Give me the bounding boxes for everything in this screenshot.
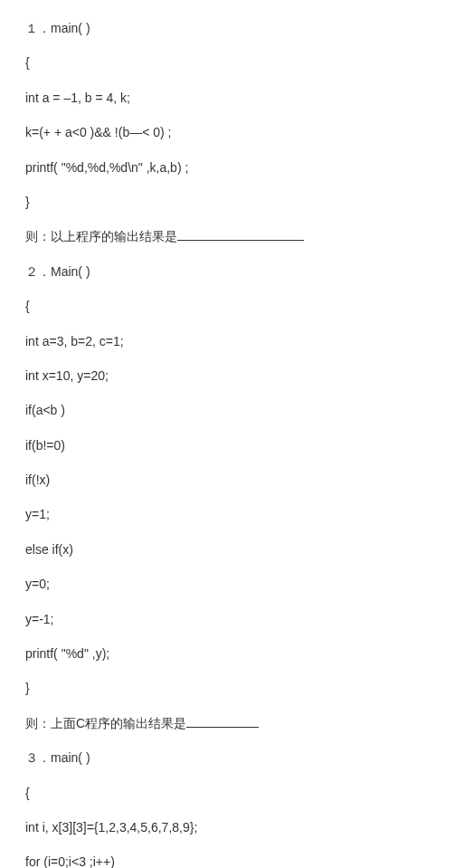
code-text: printf( "%d" ,y);: [25, 646, 109, 661]
code-line: if(b!=0): [25, 435, 430, 455]
code-line: }: [25, 678, 430, 698]
code-line: for (i=0;i<3 ;i++): [25, 852, 430, 868]
code-text: k=(+ + a<0 )&& !(b—< 0) ;: [25, 125, 171, 139]
code-text: int x=10, y=20;: [25, 368, 109, 383]
code-text: {: [25, 55, 30, 70]
code-line: {: [25, 783, 430, 803]
code-line: int i, x[3][3]={1,2,3,4,5,6,7,8,9};: [25, 817, 430, 837]
question-line: 则：上面C程序的输出结果是: [25, 713, 430, 733]
code-text: ２．Main( ): [25, 264, 90, 279]
question-text: 则：上面C程序的输出结果是: [25, 716, 186, 730]
question-line: 则：以上程序的输出结果是: [25, 226, 430, 246]
code-line: int x=10, y=20;: [25, 366, 430, 386]
code-line: printf( "%d" ,y);: [25, 644, 430, 663]
question-text: 则：以上程序的输出结果是: [25, 229, 177, 243]
code-line: k=(+ + a<0 )&& !(b—< 0) ;: [25, 122, 430, 142]
code-line: int a = –1, b = 4, k;: [25, 88, 430, 108]
code-text: }: [25, 681, 30, 695]
code-line: ２．Main( ): [25, 262, 430, 281]
code-text: y=1;: [25, 507, 50, 521]
code-text: int a = –1, b = 4, k;: [25, 91, 130, 105]
blank-underline: [186, 715, 259, 728]
code-line: {: [25, 296, 430, 316]
code-text: int i, x[3][3]={1,2,3,4,5,6,7,8,9};: [25, 820, 197, 835]
code-text: ３．main( ): [25, 750, 90, 765]
code-line: int a=3, b=2, c=1;: [25, 331, 430, 351]
code-text: {: [25, 786, 30, 800]
code-text: y=-1;: [25, 612, 54, 626]
code-text: if(b!=0): [25, 438, 65, 453]
code-line: else if(x): [25, 539, 430, 559]
code-text: if(!x): [25, 472, 50, 487]
code-text: printf( "%d,%d,%d\n" ,k,a,b) ;: [25, 160, 188, 175]
code-line: {: [25, 52, 430, 72]
code-line: y=-1;: [25, 609, 430, 629]
code-line: if(!x): [25, 470, 430, 490]
code-text: else if(x): [25, 542, 73, 557]
code-line: if(a<b ): [25, 400, 430, 420]
code-text: }: [25, 195, 30, 209]
code-line: ３．main( ): [25, 748, 430, 768]
code-line: y=0;: [25, 574, 430, 594]
code-text: if(a<b ): [25, 403, 65, 417]
code-text: for (i=0;i<3 ;i++): [25, 854, 115, 868]
code-text: int a=3, b=2, c=1;: [25, 334, 124, 348]
code-text: １．main( ): [25, 21, 90, 35]
code-text: y=0;: [25, 577, 50, 591]
blank-underline: [177, 228, 304, 241]
code-line: }: [25, 192, 430, 212]
code-line: printf( "%d,%d,%d\n" ,k,a,b) ;: [25, 157, 430, 177]
code-text: {: [25, 299, 30, 313]
code-line: １．main( ): [25, 18, 430, 38]
code-line: y=1;: [25, 504, 430, 524]
